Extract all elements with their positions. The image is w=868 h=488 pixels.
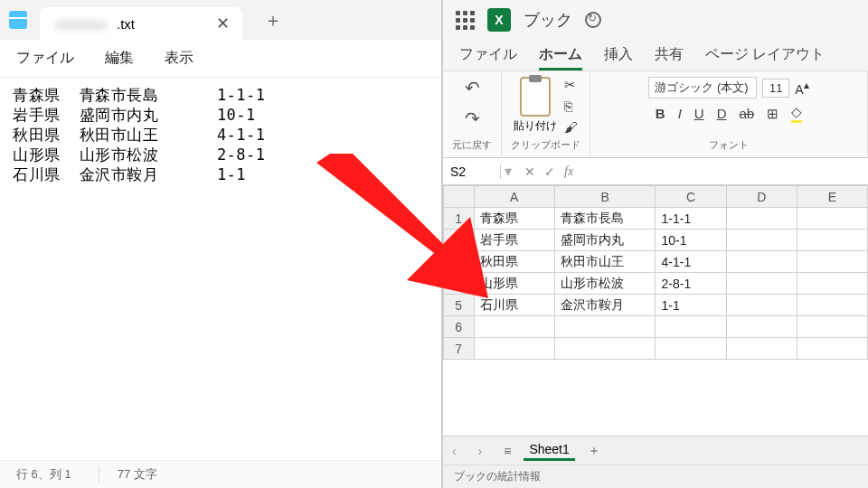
row-header[interactable]: 5 xyxy=(444,295,475,316)
tab-file[interactable]: ファイル xyxy=(459,45,517,70)
excel-logo-icon: X xyxy=(487,8,511,32)
workbook-title: ブック xyxy=(524,9,572,31)
paste-icon[interactable] xyxy=(520,77,551,117)
menu-file[interactable]: ファイル xyxy=(16,49,74,68)
cell[interactable] xyxy=(797,295,867,316)
cell[interactable]: 盛岡市内丸 xyxy=(554,230,656,251)
col-header[interactable]: C xyxy=(656,186,726,208)
redo-icon[interactable]: ↷ xyxy=(465,108,480,129)
cell[interactable]: 10-1 xyxy=(656,230,726,251)
notepad-menu: ファイル 編集 表示 xyxy=(0,40,441,78)
row-header[interactable]: 6 xyxy=(444,316,475,338)
cell[interactable] xyxy=(797,273,867,295)
cell[interactable] xyxy=(656,338,726,360)
font-name-select[interactable]: 游ゴシック (本文) xyxy=(648,77,757,99)
cell[interactable] xyxy=(797,208,867,230)
sheet-nav-icon[interactable]: ‹ › xyxy=(452,444,491,458)
menu-edit[interactable]: 編集 xyxy=(105,49,134,68)
group-clipboard-label: クリップボード xyxy=(511,138,580,152)
cell[interactable] xyxy=(726,251,797,273)
cell[interactable] xyxy=(797,338,867,360)
bold-button[interactable]: B xyxy=(656,106,665,121)
status-position: 行 6、列 1 xyxy=(16,466,71,483)
group-font-label: フォント xyxy=(709,138,749,152)
italic-button[interactable]: I xyxy=(678,106,682,121)
border-button[interactable]: ⊞ xyxy=(767,106,778,122)
notepad-window: xxxxxx.txt ✕ ＋ ファイル 編集 表示 青森県 青森市長島 1-1-… xyxy=(0,0,441,488)
col-header[interactable]: D xyxy=(726,186,797,208)
cell[interactable]: 2-8-1 xyxy=(656,273,726,295)
row-header[interactable]: 2 xyxy=(444,230,475,251)
cell[interactable]: 秋田市山王 xyxy=(554,251,656,273)
cell[interactable]: 岩手県 xyxy=(474,230,554,251)
cell[interactable] xyxy=(474,338,554,360)
format-painter-icon[interactable]: 🖌 xyxy=(564,119,578,135)
font-grow-icon[interactable]: A▴ xyxy=(795,79,808,97)
cell[interactable]: 1-1 xyxy=(656,295,726,316)
col-header[interactable]: B xyxy=(554,186,656,208)
row-header[interactable]: 3 xyxy=(444,251,475,273)
cell[interactable] xyxy=(726,230,797,251)
group-font: 游ゴシック (本文) 11 A▴ B I U D ab ⊞ ◇ フォント xyxy=(590,71,868,157)
excel-window: X ブック ファイル ホーム 挿入 共有 ページ レイアウト ↶ ↷ 元に戻す … xyxy=(441,0,868,488)
tab-home[interactable]: ホーム xyxy=(539,45,582,70)
enter-icon[interactable]: ✓ xyxy=(544,164,555,179)
cell[interactable] xyxy=(554,338,656,360)
cell[interactable] xyxy=(554,316,656,338)
notepad-textarea[interactable]: 青森県 青森市長島 1-1-1 岩手県 盛岡市内丸 10-1 秋田県 秋田市山王… xyxy=(0,78,441,460)
fx-icon[interactable]: fx xyxy=(564,164,573,179)
col-header[interactable]: A xyxy=(474,186,554,208)
cell[interactable]: 青森県 xyxy=(474,208,554,230)
sheet-list-icon[interactable]: ≡ xyxy=(504,444,511,458)
strikethrough-button[interactable]: ab xyxy=(740,106,755,121)
cell[interactable] xyxy=(726,208,797,230)
new-tab-button[interactable]: ＋ xyxy=(264,8,282,33)
filename-ext: .txt xyxy=(117,16,135,32)
add-sheet-icon[interactable]: ＋ xyxy=(588,443,600,459)
cell[interactable] xyxy=(474,316,554,338)
cell[interactable]: 青森市長島 xyxy=(554,208,656,230)
cell[interactable] xyxy=(797,316,867,338)
underline-button[interactable]: U xyxy=(694,106,704,121)
excel-titlebar: X ブック xyxy=(443,0,868,40)
tab-share[interactable]: 共有 xyxy=(655,45,684,70)
undo-icon[interactable]: ↶ xyxy=(465,77,480,99)
notepad-tab[interactable]: xxxxxx.txt ✕ xyxy=(40,7,242,40)
row-header[interactable]: 1 xyxy=(444,208,475,230)
double-underline-button[interactable]: D xyxy=(717,106,727,121)
cell[interactable]: 石川県 xyxy=(474,295,554,316)
row-header[interactable]: 4 xyxy=(444,273,475,295)
app-launcher-icon[interactable] xyxy=(456,11,475,30)
sync-icon[interactable] xyxy=(585,12,601,28)
cell[interactable] xyxy=(726,273,797,295)
copy-icon[interactable]: ⎘ xyxy=(564,99,578,114)
cancel-icon[interactable]: ✕ xyxy=(524,164,535,179)
tab-insert[interactable]: 挿入 xyxy=(604,45,633,70)
cut-icon[interactable]: ✂ xyxy=(564,77,578,93)
group-clipboard: 貼り付け ✂ ⎘ 🖌 クリップボード xyxy=(502,71,590,157)
font-size-select[interactable]: 11 xyxy=(762,79,789,98)
name-box[interactable]: S2 xyxy=(443,164,501,179)
col-header[interactable]: E xyxy=(797,186,867,208)
cell[interactable] xyxy=(726,338,797,360)
group-undo-label: 元に戻す xyxy=(452,138,492,152)
row-header[interactable]: 7 xyxy=(444,338,475,360)
filename-blurred: xxxxxx xyxy=(56,16,108,32)
fill-color-button[interactable]: ◇ xyxy=(791,104,802,123)
spreadsheet-grid[interactable]: ABCDE1青森県青森市長島1-1-12岩手県盛岡市内丸10-13秋田県秋田市山… xyxy=(443,185,868,436)
menu-view[interactable]: 表示 xyxy=(165,49,193,68)
cell[interactable]: 山形県 xyxy=(474,273,554,295)
cell[interactable] xyxy=(726,316,797,338)
tab-pagelayout[interactable]: ページ レイアウト xyxy=(705,45,825,70)
cell[interactable]: 秋田県 xyxy=(474,251,554,273)
cell[interactable] xyxy=(797,230,867,251)
cell[interactable] xyxy=(726,295,797,316)
cell[interactable] xyxy=(656,316,726,338)
sheet-tab[interactable]: Sheet1 xyxy=(524,440,574,461)
cell[interactable]: 4-1-1 xyxy=(656,251,726,273)
close-tab-icon[interactable]: ✕ xyxy=(216,14,230,33)
cell[interactable]: 1-1-1 xyxy=(656,208,726,230)
cell[interactable] xyxy=(797,251,867,273)
cell[interactable]: 山形市松波 xyxy=(554,273,656,295)
cell[interactable]: 金沢市鞍月 xyxy=(554,295,656,316)
